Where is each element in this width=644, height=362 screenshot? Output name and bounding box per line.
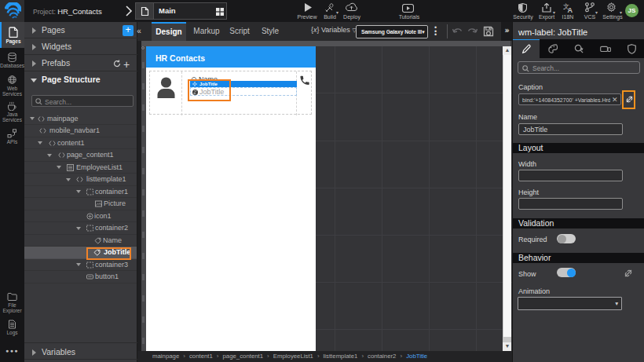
svg-text:A: A <box>568 6 573 13</box>
